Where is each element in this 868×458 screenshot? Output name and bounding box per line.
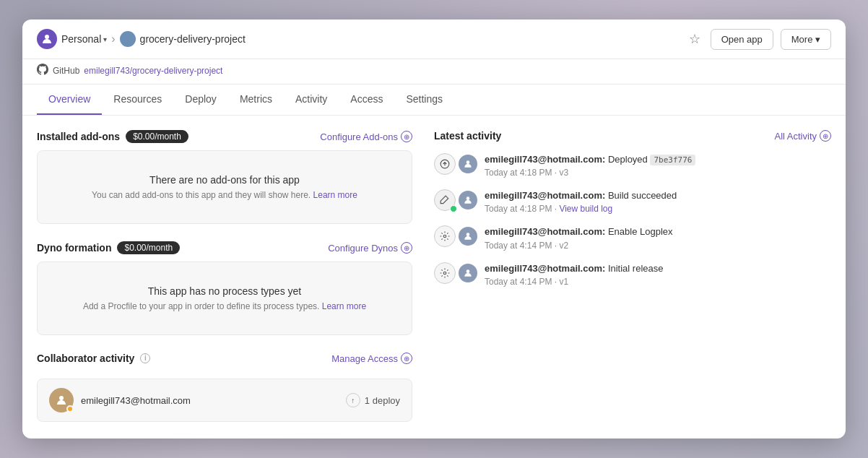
personal-dropdown[interactable]: Personal ▾ <box>61 33 107 45</box>
tab-access[interactable]: Access <box>339 85 394 115</box>
star-button[interactable]: ☆ <box>686 28 703 50</box>
activity-item-icons <box>434 153 477 175</box>
activity-meta: Today at 4:14 PM · v1 <box>485 277 831 287</box>
deploy-count: 1 deploy <box>365 395 400 406</box>
right-panel: Latest activity All Activity ⊕ <box>434 130 831 424</box>
activity-desc: emilegill743@hotmail.com: Initial releas… <box>485 262 831 275</box>
tab-activity[interactable]: Activity <box>284 85 339 115</box>
activity-item-info: emilegill743@hotmail.com: Build succeede… <box>485 189 831 214</box>
activity-item-info: emilegill743@hotmail.com: Initial releas… <box>485 262 831 287</box>
addons-learn-more-link[interactable]: Learn more <box>313 190 357 200</box>
activity-title: Latest activity <box>434 130 501 142</box>
collaborator-header: Collaborator activity i Manage Access ⊕ <box>37 353 412 364</box>
configure-addons-link[interactable]: Configure Add-ons ⊕ <box>320 131 412 142</box>
info-icon[interactable]: i <box>140 353 150 363</box>
collaborator-dot <box>66 405 74 412</box>
activity-item-icons <box>434 262 477 284</box>
svg-point-6 <box>466 233 470 237</box>
tab-overview[interactable]: Overview <box>37 85 102 115</box>
main-content: Installed add-ons $0.00/month Configure … <box>22 116 846 438</box>
activity-desc: emilegill743@hotmail.com: Deployed 7be3f… <box>485 153 831 166</box>
activity-item: emilegill743@hotmail.com: Deployed 7be3f… <box>434 153 831 178</box>
header: Personal ▾ › grocery-delivery-project ☆ … <box>22 20 846 59</box>
activity-desc: emilegill743@hotmail.com: Enable Logplex <box>485 225 831 238</box>
dyno-learn-more-link[interactable]: Learn more <box>322 301 366 311</box>
dyno-header: Dyno formation $0.00/month Configure Dyn… <box>37 241 412 254</box>
manage-access-link[interactable]: Manage Access ⊕ <box>331 353 412 364</box>
view-build-log-link[interactable]: View build log <box>559 204 612 214</box>
chevron-icon: ▾ <box>103 35 107 43</box>
dyno-empty-sub: Add a Procfile to your app in order to d… <box>52 301 397 311</box>
build-success-dot <box>450 205 457 212</box>
left-panel: Installed add-ons $0.00/month Configure … <box>37 130 412 424</box>
collaborator-section: Collaborator activity i Manage Access ⊕ <box>37 353 412 422</box>
collaborator-title: Collaborator activity i <box>37 353 150 364</box>
svg-point-4 <box>466 197 470 201</box>
github-icon <box>37 64 48 78</box>
svg-point-0 <box>45 35 49 39</box>
personal-label: Personal <box>61 33 101 45</box>
dyno-badge: $0.00/month <box>117 241 180 254</box>
collaborator-deploy: ↑ 1 deploy <box>346 393 400 407</box>
activity-list: emilegill743@hotmail.com: Deployed 7be3f… <box>434 153 831 287</box>
project-name: grocery-delivery-project <box>140 33 246 45</box>
user-avatar <box>37 29 57 49</box>
manage-access-icon[interactable]: ⊕ <box>401 353 412 364</box>
addons-empty-box: There are no add-ons for this app You ca… <box>37 150 412 224</box>
activity-meta: Today at 4:18 PM · v3 <box>485 168 831 178</box>
more-button[interactable]: More ▾ <box>781 29 831 50</box>
svg-point-3 <box>466 160 470 164</box>
addons-title: Installed add-ons $0.00/month <box>37 130 188 143</box>
collaborator-email: emilegill743@hotmail.com <box>81 395 339 406</box>
activity-user-avatar <box>459 227 477 246</box>
svg-point-5 <box>443 236 446 238</box>
tab-resources[interactable]: Resources <box>102 85 173 115</box>
addons-section: Installed add-ons $0.00/month Configure … <box>37 130 412 224</box>
deploy-count-icon: ↑ <box>346 393 360 407</box>
activity-desc: emilegill743@hotmail.com: Build succeede… <box>485 189 831 202</box>
collaborator-avatar <box>49 388 74 412</box>
svg-point-1 <box>59 396 64 400</box>
activity-item: emilegill743@hotmail.com: Initial releas… <box>434 262 831 287</box>
open-app-button[interactable]: Open app <box>711 29 773 50</box>
configure-dynos-icon[interactable]: ⊕ <box>401 242 412 254</box>
svg-point-8 <box>466 269 470 273</box>
dyno-title: Dyno formation $0.00/month <box>37 241 180 254</box>
github-row: GitHub emilegill743/grocery-delivery-pro… <box>22 59 846 85</box>
activity-item: emilegill743@hotmail.com: Build succeede… <box>434 189 831 214</box>
addons-header: Installed add-ons $0.00/month Configure … <box>37 130 412 143</box>
configure-dynos-link[interactable]: Configure Dynos ⊕ <box>328 242 412 254</box>
all-activity-link[interactable]: All Activity ⊕ <box>774 130 831 142</box>
deploy-action-icon <box>434 153 456 175</box>
tab-metrics[interactable]: Metrics <box>228 85 284 115</box>
tab-deploy[interactable]: Deploy <box>173 85 228 115</box>
collaborator-row: emilegill743@hotmail.com ↑ 1 deploy <box>37 379 412 422</box>
logplex-action-icon <box>434 225 456 247</box>
activity-item-icons <box>434 225 477 247</box>
github-label: GitHub <box>53 66 79 76</box>
dyno-empty-box: This app has no process types yet Add a … <box>37 262 412 335</box>
breadcrumb-separator: › <box>111 33 115 46</box>
dyno-section: Dyno formation $0.00/month Configure Dyn… <box>37 241 412 335</box>
project-icon <box>120 31 136 47</box>
tabs-bar: Overview Resources Deploy Metrics Activi… <box>22 85 846 116</box>
activity-item-info: emilegill743@hotmail.com: Enable Logplex… <box>485 225 831 250</box>
all-activity-icon[interactable]: ⊕ <box>820 130 831 142</box>
release-action-icon <box>434 262 456 284</box>
activity-header: Latest activity All Activity ⊕ <box>434 130 831 142</box>
header-right: ☆ Open app More ▾ <box>686 28 831 50</box>
activity-user-avatar <box>459 264 477 282</box>
activity-user-avatar <box>459 155 477 173</box>
tab-settings[interactable]: Settings <box>394 85 454 115</box>
dyno-empty-title: This app has no process types yet <box>52 285 397 297</box>
activity-user-avatar <box>459 191 477 209</box>
activity-meta: Today at 4:14 PM · v2 <box>485 241 831 251</box>
activity-item: emilegill743@hotmail.com: Enable Logplex… <box>434 225 831 250</box>
addons-badge: $0.00/month <box>126 130 188 143</box>
github-repo: emilegill743/grocery-delivery-project <box>84 66 222 76</box>
build-action-icon <box>434 189 456 211</box>
header-left: Personal ▾ › grocery-delivery-project <box>37 29 680 49</box>
configure-addons-icon[interactable]: ⊕ <box>401 131 412 142</box>
addons-empty-title: There are no add-ons for this app <box>52 174 397 186</box>
activity-meta: Today at 4:18 PM · View build log <box>485 204 831 214</box>
